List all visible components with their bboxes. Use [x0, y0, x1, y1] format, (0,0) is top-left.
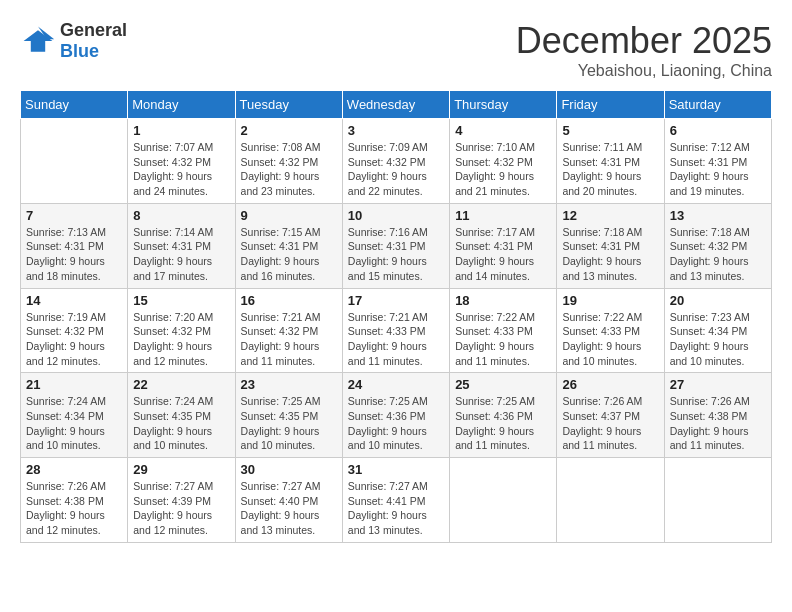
calendar-cell: 26Sunrise: 7:26 AMSunset: 4:37 PMDayligh… — [557, 373, 664, 458]
day-info: Sunrise: 7:24 AMSunset: 4:35 PMDaylight:… — [133, 394, 229, 453]
day-number: 6 — [670, 123, 766, 138]
calendar-cell: 21Sunrise: 7:24 AMSunset: 4:34 PMDayligh… — [21, 373, 128, 458]
calendar-cell: 29Sunrise: 7:27 AMSunset: 4:39 PMDayligh… — [128, 458, 235, 543]
calendar-cell: 1Sunrise: 7:07 AMSunset: 4:32 PMDaylight… — [128, 119, 235, 204]
day-info: Sunrise: 7:12 AMSunset: 4:31 PMDaylight:… — [670, 140, 766, 199]
day-number: 23 — [241, 377, 337, 392]
day-number: 27 — [670, 377, 766, 392]
calendar-cell — [557, 458, 664, 543]
day-number: 21 — [26, 377, 122, 392]
day-number: 13 — [670, 208, 766, 223]
column-header-tuesday: Tuesday — [235, 91, 342, 119]
day-number: 16 — [241, 293, 337, 308]
calendar-cell: 7Sunrise: 7:13 AMSunset: 4:31 PMDaylight… — [21, 203, 128, 288]
column-header-wednesday: Wednesday — [342, 91, 449, 119]
calendar-cell: 14Sunrise: 7:19 AMSunset: 4:32 PMDayligh… — [21, 288, 128, 373]
calendar-cell: 23Sunrise: 7:25 AMSunset: 4:35 PMDayligh… — [235, 373, 342, 458]
calendar-cell: 17Sunrise: 7:21 AMSunset: 4:33 PMDayligh… — [342, 288, 449, 373]
calendar-cell: 9Sunrise: 7:15 AMSunset: 4:31 PMDaylight… — [235, 203, 342, 288]
day-info: Sunrise: 7:21 AMSunset: 4:33 PMDaylight:… — [348, 310, 444, 369]
calendar-header-row: SundayMondayTuesdayWednesdayThursdayFrid… — [21, 91, 772, 119]
day-number: 3 — [348, 123, 444, 138]
day-number: 28 — [26, 462, 122, 477]
day-number: 29 — [133, 462, 229, 477]
day-info: Sunrise: 7:21 AMSunset: 4:32 PMDaylight:… — [241, 310, 337, 369]
calendar-cell: 18Sunrise: 7:22 AMSunset: 4:33 PMDayligh… — [450, 288, 557, 373]
day-number: 8 — [133, 208, 229, 223]
calendar-cell: 6Sunrise: 7:12 AMSunset: 4:31 PMDaylight… — [664, 119, 771, 204]
day-number: 31 — [348, 462, 444, 477]
day-info: Sunrise: 7:18 AMSunset: 4:32 PMDaylight:… — [670, 225, 766, 284]
calendar-cell: 31Sunrise: 7:27 AMSunset: 4:41 PMDayligh… — [342, 458, 449, 543]
logo-text: General Blue — [60, 20, 127, 62]
calendar-cell — [21, 119, 128, 204]
day-number: 14 — [26, 293, 122, 308]
logo: General Blue — [20, 20, 127, 62]
calendar-week-row: 1Sunrise: 7:07 AMSunset: 4:32 PMDaylight… — [21, 119, 772, 204]
calendar-cell: 30Sunrise: 7:27 AMSunset: 4:40 PMDayligh… — [235, 458, 342, 543]
day-info: Sunrise: 7:17 AMSunset: 4:31 PMDaylight:… — [455, 225, 551, 284]
day-info: Sunrise: 7:27 AMSunset: 4:39 PMDaylight:… — [133, 479, 229, 538]
day-info: Sunrise: 7:26 AMSunset: 4:38 PMDaylight:… — [26, 479, 122, 538]
day-info: Sunrise: 7:22 AMSunset: 4:33 PMDaylight:… — [562, 310, 658, 369]
day-info: Sunrise: 7:25 AMSunset: 4:36 PMDaylight:… — [455, 394, 551, 453]
calendar-cell: 8Sunrise: 7:14 AMSunset: 4:31 PMDaylight… — [128, 203, 235, 288]
day-info: Sunrise: 7:27 AMSunset: 4:40 PMDaylight:… — [241, 479, 337, 538]
calendar-cell: 20Sunrise: 7:23 AMSunset: 4:34 PMDayligh… — [664, 288, 771, 373]
day-number: 1 — [133, 123, 229, 138]
calendar-cell: 15Sunrise: 7:20 AMSunset: 4:32 PMDayligh… — [128, 288, 235, 373]
calendar-cell: 3Sunrise: 7:09 AMSunset: 4:32 PMDaylight… — [342, 119, 449, 204]
month-title: December 2025 — [516, 20, 772, 62]
day-info: Sunrise: 7:25 AMSunset: 4:35 PMDaylight:… — [241, 394, 337, 453]
day-info: Sunrise: 7:15 AMSunset: 4:31 PMDaylight:… — [241, 225, 337, 284]
day-number: 17 — [348, 293, 444, 308]
column-header-friday: Friday — [557, 91, 664, 119]
calendar-cell: 28Sunrise: 7:26 AMSunset: 4:38 PMDayligh… — [21, 458, 128, 543]
day-info: Sunrise: 7:16 AMSunset: 4:31 PMDaylight:… — [348, 225, 444, 284]
day-number: 25 — [455, 377, 551, 392]
day-info: Sunrise: 7:13 AMSunset: 4:31 PMDaylight:… — [26, 225, 122, 284]
page-header: General Blue December 2025 Yebaishou, Li… — [20, 20, 772, 80]
title-block: December 2025 Yebaishou, Liaoning, China — [516, 20, 772, 80]
calendar-cell: 4Sunrise: 7:10 AMSunset: 4:32 PMDaylight… — [450, 119, 557, 204]
calendar-cell — [450, 458, 557, 543]
day-info: Sunrise: 7:10 AMSunset: 4:32 PMDaylight:… — [455, 140, 551, 199]
day-number: 20 — [670, 293, 766, 308]
location-subtitle: Yebaishou, Liaoning, China — [516, 62, 772, 80]
calendar-week-row: 14Sunrise: 7:19 AMSunset: 4:32 PMDayligh… — [21, 288, 772, 373]
day-number: 11 — [455, 208, 551, 223]
day-number: 22 — [133, 377, 229, 392]
calendar-cell: 11Sunrise: 7:17 AMSunset: 4:31 PMDayligh… — [450, 203, 557, 288]
day-info: Sunrise: 7:11 AMSunset: 4:31 PMDaylight:… — [562, 140, 658, 199]
svg-marker-0 — [24, 30, 53, 52]
column-header-saturday: Saturday — [664, 91, 771, 119]
day-info: Sunrise: 7:27 AMSunset: 4:41 PMDaylight:… — [348, 479, 444, 538]
calendar-cell — [664, 458, 771, 543]
day-number: 10 — [348, 208, 444, 223]
day-number: 12 — [562, 208, 658, 223]
day-info: Sunrise: 7:07 AMSunset: 4:32 PMDaylight:… — [133, 140, 229, 199]
calendar-week-row: 7Sunrise: 7:13 AMSunset: 4:31 PMDaylight… — [21, 203, 772, 288]
day-info: Sunrise: 7:18 AMSunset: 4:31 PMDaylight:… — [562, 225, 658, 284]
day-info: Sunrise: 7:20 AMSunset: 4:32 PMDaylight:… — [133, 310, 229, 369]
day-info: Sunrise: 7:14 AMSunset: 4:31 PMDaylight:… — [133, 225, 229, 284]
day-info: Sunrise: 7:26 AMSunset: 4:38 PMDaylight:… — [670, 394, 766, 453]
calendar-cell: 27Sunrise: 7:26 AMSunset: 4:38 PMDayligh… — [664, 373, 771, 458]
calendar-cell: 22Sunrise: 7:24 AMSunset: 4:35 PMDayligh… — [128, 373, 235, 458]
day-info: Sunrise: 7:19 AMSunset: 4:32 PMDaylight:… — [26, 310, 122, 369]
column-header-thursday: Thursday — [450, 91, 557, 119]
calendar-week-row: 28Sunrise: 7:26 AMSunset: 4:38 PMDayligh… — [21, 458, 772, 543]
day-number: 4 — [455, 123, 551, 138]
day-info: Sunrise: 7:26 AMSunset: 4:37 PMDaylight:… — [562, 394, 658, 453]
day-number: 30 — [241, 462, 337, 477]
calendar-cell: 12Sunrise: 7:18 AMSunset: 4:31 PMDayligh… — [557, 203, 664, 288]
calendar-cell: 24Sunrise: 7:25 AMSunset: 4:36 PMDayligh… — [342, 373, 449, 458]
calendar-cell: 16Sunrise: 7:21 AMSunset: 4:32 PMDayligh… — [235, 288, 342, 373]
day-info: Sunrise: 7:24 AMSunset: 4:34 PMDaylight:… — [26, 394, 122, 453]
calendar-cell: 25Sunrise: 7:25 AMSunset: 4:36 PMDayligh… — [450, 373, 557, 458]
day-number: 26 — [562, 377, 658, 392]
logo-icon — [20, 23, 56, 59]
calendar-table: SundayMondayTuesdayWednesdayThursdayFrid… — [20, 90, 772, 543]
day-number: 19 — [562, 293, 658, 308]
column-header-monday: Monday — [128, 91, 235, 119]
